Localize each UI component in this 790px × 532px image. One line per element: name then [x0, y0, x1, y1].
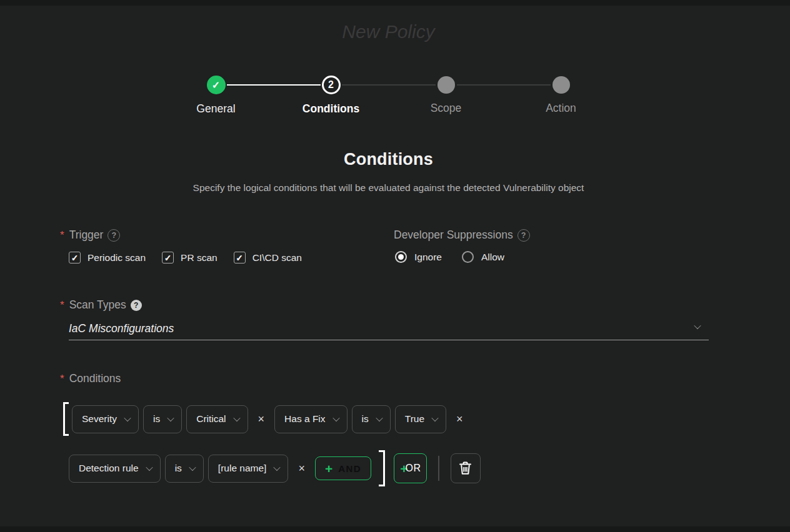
condition-row: Severity is Critical × Has a Fix is	[69, 402, 481, 436]
scan-types-value: IaC Misconfigurations	[69, 322, 174, 335]
add-or-label: OR	[405, 463, 421, 474]
checkbox-label: Periodic scan	[88, 252, 146, 264]
developer-suppressions-label-row: Developer Suppressions ?	[394, 229, 530, 242]
add-and-label: AND	[338, 463, 361, 474]
trigger-label-row: * Trigger ?	[60, 229, 302, 242]
step-active-indicator: 2	[322, 76, 341, 94]
step-pending-indicator	[552, 76, 570, 94]
trigger-section: * Trigger ? ✓ Periodic scan ✓ PR scan ✓ …	[60, 229, 302, 264]
dropdown-value-true[interactable]: True	[395, 405, 446, 433]
checkbox-label: PR scan	[181, 252, 218, 264]
trash-icon	[458, 461, 472, 476]
radio-label: Allow	[481, 252, 504, 263]
chevron-down-icon	[146, 464, 152, 471]
vertical-divider	[438, 456, 439, 481]
conditions-label: Conditions	[69, 372, 121, 385]
step-completed-icon: ✓	[207, 76, 226, 94]
remove-clause-button[interactable]: ×	[298, 463, 305, 474]
check-icon: ✓	[212, 79, 220, 91]
checkbox-checked-icon: ✓	[162, 252, 174, 264]
step-label-conditions: Conditions	[302, 102, 359, 116]
developer-suppressions-options: Ignore Allow	[395, 251, 530, 263]
step-label-scope: Scope	[431, 102, 462, 115]
checkbox-cicd-scan[interactable]: ✓ CI\CD scan	[234, 252, 302, 264]
condition-row: Detection rule is [rule name] × + AND	[69, 450, 481, 486]
radio-allow[interactable]: Allow	[462, 251, 504, 263]
trigger-label: Trigger	[69, 229, 104, 242]
conditions-group: Severity is Critical × Has a Fix is	[69, 402, 481, 486]
chevron-down-icon	[332, 415, 339, 421]
conditions-section: * Conditions Severity is Critical	[60, 372, 481, 486]
dropdown-field-has-a-fix[interactable]: Has a Fix	[274, 405, 347, 433]
step-label-action: Action	[546, 102, 576, 115]
dropdown-field-severity[interactable]: Severity	[72, 405, 139, 433]
add-or-button[interactable]: + OR	[394, 453, 427, 483]
new-policy-wizard: New Policy ✓ General 2 Conditions Scope …	[0, 0, 777, 532]
dropdown-value-critical[interactable]: Critical	[186, 405, 248, 433]
trigger-options: ✓ Periodic scan ✓ PR scan ✓ CI\CD scan	[69, 252, 302, 264]
radio-ignore[interactable]: Ignore	[395, 251, 442, 263]
scan-types-select[interactable]: IaC Misconfigurations	[69, 318, 709, 340]
dropdown-value-rule-name[interactable]: [rule name]	[208, 455, 289, 483]
stepper-step-action[interactable]: Action	[504, 76, 619, 116]
group-bracket-open	[63, 402, 69, 436]
stepper-step-scope[interactable]: Scope	[389, 76, 504, 116]
wizard-stepper: ✓ General 2 Conditions Scope Action	[159, 76, 619, 116]
chevron-down-icon	[124, 415, 131, 421]
required-asterisk: *	[60, 299, 64, 312]
chevron-down-icon	[376, 415, 382, 421]
developer-suppressions-label: Developer Suppressions	[394, 229, 513, 242]
chevron-down-icon	[694, 322, 701, 329]
checkbox-checked-icon: ✓	[234, 252, 246, 264]
add-and-button[interactable]: + AND	[315, 456, 371, 480]
remove-clause-button[interactable]: ×	[456, 413, 463, 425]
radio-selected-icon	[395, 251, 407, 263]
required-asterisk: *	[60, 373, 64, 385]
radio-label: Ignore	[414, 252, 442, 263]
checkbox-periodic-scan[interactable]: ✓ Periodic scan	[69, 252, 146, 264]
chevron-down-icon	[168, 415, 174, 421]
help-icon[interactable]: ?	[108, 229, 120, 242]
step-number: 2	[328, 79, 334, 91]
help-icon-filled[interactable]: ?	[131, 300, 142, 311]
remove-clause-button[interactable]: ×	[258, 413, 265, 425]
scan-types-label-row: * Scan Types ?	[60, 298, 709, 312]
step-label-general: General	[196, 102, 235, 116]
radio-unselected-icon	[462, 251, 474, 263]
chevron-down-icon	[189, 464, 196, 471]
help-icon[interactable]: ?	[518, 229, 530, 242]
checkbox-label: CI\CD scan	[252, 252, 302, 264]
chevron-down-icon	[233, 415, 240, 421]
section-heading: Conditions	[0, 150, 777, 169]
delete-condition-group-button[interactable]	[451, 453, 481, 483]
step-pending-indicator	[438, 76, 455, 94]
developer-suppressions-section: Developer Suppressions ? Ignore Allow	[394, 229, 530, 263]
stepper-step-conditions[interactable]: 2 Conditions	[274, 76, 389, 116]
conditions-label-row: * Conditions	[60, 372, 481, 385]
dropdown-field-detection-rule[interactable]: Detection rule	[69, 455, 161, 483]
checkbox-checked-icon: ✓	[69, 252, 81, 264]
group-bracket-close	[379, 450, 385, 486]
section-subheading: Specify the logical conditions that will…	[0, 182, 777, 194]
stepper-step-general[interactable]: ✓ General	[159, 76, 274, 116]
dropdown-operator-is[interactable]: is	[165, 455, 204, 483]
dropdown-operator-is[interactable]: is	[143, 405, 182, 433]
checkbox-pr-scan[interactable]: ✓ PR scan	[162, 252, 218, 264]
dropdown-operator-is[interactable]: is	[352, 405, 391, 433]
chevron-down-icon	[274, 464, 281, 471]
scan-types-label: Scan Types	[69, 298, 126, 312]
scan-types-section: * Scan Types ? IaC Misconfigurations	[60, 298, 709, 340]
page-title: New Policy	[0, 21, 777, 42]
required-asterisk: *	[60, 229, 64, 242]
plus-icon: +	[325, 462, 332, 475]
chevron-down-icon	[431, 415, 438, 421]
